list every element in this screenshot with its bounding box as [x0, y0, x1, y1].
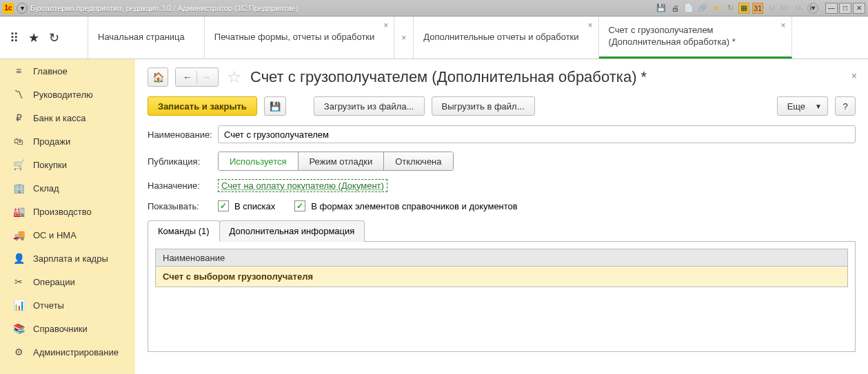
page-header: 🏠 ← → ☆ Счет с грузополучателем (Дополни… [148, 67, 856, 87]
close-icon[interactable]: × [588, 21, 593, 30]
grid-header: Наименование [155, 249, 848, 267]
sidebar-item-reports[interactable]: 📊Отчеты [0, 293, 135, 317]
close-window-button[interactable]: ✕ [853, 3, 865, 14]
checkbox-lists[interactable]: ✓ [218, 200, 229, 211]
titlebar: 1c ▾ Бухгалтерия предприятия, редакция 3… [0, 0, 868, 17]
checkbox-forms[interactable]: ✓ [294, 200, 305, 211]
tab-additional-reports[interactable]: Дополнительные отчеты и обработки × [414, 17, 598, 59]
gear-icon: ⚙ [12, 346, 25, 357]
sidebar-item-label: Операции [33, 277, 75, 287]
apps-grid-icon[interactable]: ⠿ [10, 30, 19, 45]
sidebar-item-salary[interactable]: 👤Зарплата и кадры [0, 247, 135, 270]
history-clock-icon[interactable]: ↻ [49, 30, 59, 45]
sidebar-item-label: Склад [33, 183, 59, 194]
sidebar-item-refs[interactable]: 📚Справочники [0, 317, 135, 340]
help-button[interactable]: ? [835, 96, 856, 116]
sidebar-item-label: Продажи [33, 136, 70, 147]
more-button[interactable]: Еще▼ [777, 96, 828, 116]
close-icon[interactable]: × [401, 33, 406, 43]
home-button[interactable]: 🏠 [148, 67, 168, 87]
sidebar-item-assets[interactable]: 🚚ОС и НМА [0, 223, 135, 247]
print-icon[interactable]: 🖨 [669, 3, 680, 14]
name-label: Наименование: [148, 129, 218, 140]
clip-icon[interactable]: 🔗 [697, 3, 708, 14]
publication-label: Публикация: [148, 156, 218, 167]
favorite-star-icon[interactable]: ☆ [227, 67, 242, 87]
sidebar-item-sales[interactable]: 🛍Продажи [0, 129, 135, 153]
grid-row[interactable]: Счет с выбором грузополучателя [155, 267, 848, 287]
purpose-link[interactable]: Счет на оплату покупателю (Документ) [218, 179, 387, 192]
books-icon: 📚 [12, 323, 25, 334]
history-icon[interactable]: ↻ [725, 3, 736, 14]
tabs-bar: ⠿ ★ ↻ Начальная страница Печатные формы,… [0, 17, 868, 59]
name-input-wrapper [218, 125, 856, 143]
list-icon: ≡ [12, 65, 25, 76]
info-icon[interactable]: i▾ [807, 3, 818, 14]
show-label: Показывать: [148, 201, 218, 211]
sidebar-item-label: Руководителю [33, 90, 93, 100]
barchart-icon: 📊 [12, 300, 25, 311]
favorites-star-icon[interactable]: ★ [28, 30, 39, 45]
close-page-icon[interactable]: × [851, 70, 857, 81]
warehouse-icon: 🏢 [12, 183, 25, 194]
mem-mminus-icon[interactable]: M- [794, 3, 805, 14]
back-button[interactable]: ← [179, 72, 196, 83]
sidebar-item-label: Отчеты [33, 300, 64, 311]
save-close-button[interactable]: Записать и закрыть [148, 96, 257, 116]
tab-account-consignee[interactable]: Счет с грузополучателем (Дополнительная … [599, 17, 792, 59]
tab-print-forms[interactable]: Печатные формы, отчеты и обработки × [205, 17, 395, 59]
sidebar-item-production[interactable]: 🏭Производство [0, 200, 135, 223]
bag-icon: 🛍 [12, 136, 25, 147]
calendar-icon[interactable]: 31 [752, 3, 763, 14]
calc-icon[interactable]: ▦ [738, 3, 749, 14]
sidebar-item-main[interactable]: ≡Главное [0, 59, 135, 83]
checkbox-forms-label: В формах элементов справочников и докуме… [311, 201, 517, 211]
page-title: Счет с грузополучателем (Дополнительная … [250, 68, 647, 86]
forward-button[interactable]: → [197, 72, 215, 83]
purpose-label: Назначение: [148, 180, 218, 191]
tab-collapsed[interactable]: × [394, 17, 414, 59]
chart-icon: 〽 [12, 89, 25, 100]
tab-additional-info[interactable]: Дополнительная информация [219, 220, 365, 242]
save-icon[interactable]: 💾 [656, 3, 667, 14]
seg-used[interactable]: Используется [219, 152, 299, 170]
sidebar-item-label: Производство [33, 207, 92, 217]
star-icon[interactable]: ★ [711, 3, 722, 14]
sidebar-item-label: ОС и НМА [33, 230, 77, 240]
sidebar-item-admin[interactable]: ⚙Администрирование [0, 340, 135, 364]
truck-icon: 🚚 [12, 229, 25, 240]
tab-commands[interactable]: Команды (1) [148, 220, 220, 242]
sidebar-item-operations[interactable]: ✂Операции [0, 270, 135, 293]
sidebar-item-bank[interactable]: ₽Банк и касса [0, 106, 135, 129]
sidebar-item-purchases[interactable]: 🛒Покупки [0, 153, 135, 176]
export-to-file-button[interactable]: Выгрузить в файл... [432, 96, 535, 116]
publication-segment: Используется Режим отладки Отключена [218, 152, 454, 171]
dropdown-icon[interactable]: ▾ [17, 3, 28, 14]
scissors-icon: ✂ [12, 276, 25, 287]
load-from-file-button[interactable]: Загрузить из файла... [314, 96, 425, 116]
sidebar-item-manager[interactable]: 〽Руководителю [0, 83, 135, 106]
quick-menu: ⠿ ★ ↻ [0, 17, 88, 59]
seg-disabled[interactable]: Отключена [384, 152, 452, 170]
sidebar-item-label: Справочники [33, 324, 88, 334]
inner-tabs: Команды (1) Дополнительная информация [148, 220, 856, 242]
close-icon[interactable]: × [781, 21, 786, 30]
mem-m-icon[interactable]: M [766, 3, 777, 14]
sidebar-item-warehouse[interactable]: 🏢Склад [0, 176, 135, 200]
save-button[interactable]: 💾 [264, 96, 286, 116]
factory-icon: 🏭 [12, 206, 25, 217]
minimize-button[interactable]: — [825, 3, 838, 14]
close-icon[interactable]: × [383, 21, 388, 30]
window-controls: — □ ✕ [825, 3, 865, 14]
sidebar-item-label: Администрирование [33, 347, 119, 357]
seg-debug[interactable]: Режим отладки [299, 152, 385, 170]
name-input[interactable] [224, 129, 849, 140]
nav-back-forward: ← → [175, 67, 219, 87]
mem-mplus-icon[interactable]: M+ [780, 3, 791, 14]
chevron-down-icon: ▼ [815, 103, 822, 110]
maximize-button[interactable]: □ [839, 3, 851, 14]
doc-icon[interactable]: 📄 [683, 3, 694, 14]
sidebar-item-label: Главное [33, 66, 68, 76]
tab-home[interactable]: Начальная страница [88, 17, 205, 59]
inner-tab-body: Наименование Счет с выбором грузополучат… [148, 242, 856, 352]
